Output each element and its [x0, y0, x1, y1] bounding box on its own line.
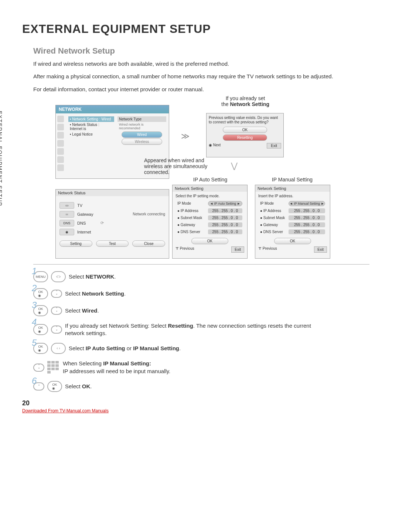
ip-man-exit[interactable]: Exit	[314, 246, 327, 253]
ip-mode-selector[interactable]: ◄ IP Auto Setting ►	[208, 201, 242, 206]
dns-icon: DNS	[59, 220, 74, 226]
step-text: Select Wired.	[65, 307, 99, 314]
existing-caption: If you already set the Network Setting	[201, 95, 290, 107]
ip-man-previous[interactable]: ꕌ Previous	[258, 246, 277, 253]
ip-manual-panel: Network Setting Insert the IP address. I…	[255, 185, 330, 259]
existing-resetting-button[interactable]: Resetting	[223, 134, 267, 141]
remote-updown-button: ˄˅	[51, 307, 62, 315]
status-close-button[interactable]: Close	[132, 241, 165, 247]
menu-item-label: Legal Notice	[72, 132, 93, 136]
step-row: 4 OK◉ ˄˅ If you already set Network Sett…	[33, 322, 369, 337]
ip-auto-ok-button[interactable]: OK	[191, 238, 228, 244]
row-label: ● Subnet Mask	[259, 215, 287, 221]
row-label: ● IP Address	[259, 208, 287, 214]
ip-man-header: Network Setting	[255, 185, 330, 192]
ip-field[interactable]: 255 . 255 . 0 . 0	[289, 215, 325, 220]
ip-field[interactable]: 255 . 255 . 0 . 0	[289, 208, 325, 213]
existing-setting-dialog: Previous setting value exists. Do you wa…	[206, 113, 284, 157]
step-row: 5 OK◉ ‹ › Select IP Auto Setting or IP M…	[33, 343, 369, 354]
step-number: 5	[32, 338, 37, 348]
remote-ok-button: OK◉	[47, 381, 62, 392]
ip-mode-selector[interactable]: ◄ IP Manual Setting ►	[289, 201, 325, 206]
gateway-icon: ═	[59, 211, 74, 218]
intro-line: After making a physical connection, a sm…	[33, 73, 369, 80]
ip-man-ok-button[interactable]: OK	[274, 238, 311, 244]
status-header: Network Status	[56, 190, 169, 196]
ip-field[interactable]: 255 . 255 . 0 . 0	[208, 215, 242, 220]
steps-list: 1 MENU ‹□› Select NETWORK. 2 OK◉ ˄˅ Sele…	[33, 271, 369, 392]
step-number: 2	[32, 283, 37, 293]
step-text: Select IP Auto Setting or IP Manual Sett…	[69, 345, 181, 352]
remote-updown-button: ˄˅	[33, 364, 44, 372]
ip-field[interactable]: 255 . 255 . 0 . 0	[289, 222, 325, 227]
remote-nav-button: ‹ ›	[51, 343, 66, 354]
ip-auto-subtitle: Select the IP setting mode.	[175, 194, 244, 198]
step-number: 4	[32, 317, 37, 327]
step-number: 3	[32, 300, 37, 310]
row-label: ● DNS Server	[176, 229, 206, 235]
existing-exit-button[interactable]: Exit	[267, 143, 281, 149]
type-note: Appeared when wired and wireless are sim…	[144, 157, 218, 175]
status-tv: TV	[77, 203, 82, 208]
page-number: 20	[22, 399, 109, 407]
ip-auto-panel: Network Setting Select the IP setting mo…	[172, 185, 248, 259]
menu-item-selected[interactable]: • Network Setting : Wired	[68, 116, 114, 122]
step-text: When Selecting IP Manual Setting: IP add…	[63, 360, 170, 375]
row-label: ● Subnet Mask	[176, 215, 206, 221]
ipauto-caption: IP Auto Setting	[179, 177, 242, 183]
status-setting-button[interactable]: Setting	[59, 241, 92, 247]
option-wired[interactable]: Wired	[122, 132, 162, 138]
network-type-hint: Wired network is recommended	[117, 122, 166, 131]
ipman-caption: IP Manual Setting	[257, 177, 327, 183]
status-gateway: Gateway	[77, 212, 93, 216]
option-wireless[interactable]: Wireless	[122, 139, 162, 145]
status-dns: DNS	[77, 221, 86, 225]
ip-field[interactable]: 255 . 255 . 0 . 0	[208, 208, 242, 213]
ip-field[interactable]: 255 . 255 . 0 . 0	[289, 229, 325, 234]
chevron-down-icon: ⋁	[231, 161, 238, 171]
network-type-title: Network Type	[117, 116, 166, 122]
ip-field[interactable]: 255 . 255 . 0 . 0	[208, 222, 242, 227]
status-internet: Internet	[77, 230, 91, 234]
spinner-icon: ⟳	[100, 221, 104, 225]
step-row: 3 OK◉ ˄˅ Select Wired.	[33, 305, 369, 316]
remote-number-pad	[47, 361, 60, 374]
step-text: Select NETWORK.	[69, 273, 116, 280]
chevron-right-icon: ≫	[181, 132, 190, 141]
ip-auto-exit[interactable]: Exit	[231, 246, 244, 253]
section-subtitle: Wired Network Setup	[33, 46, 369, 56]
internet-icon: ◉	[59, 229, 74, 235]
existing-ok-button[interactable]: OK	[223, 127, 267, 133]
remote-updown-button: ˄˅	[51, 290, 62, 298]
existing-next[interactable]: ◉ Next	[209, 143, 221, 149]
status-connecting: Network connecting	[133, 212, 165, 216]
existing-text: Previous setting value exists. Do you wa…	[209, 116, 281, 125]
step-number: 1	[32, 266, 37, 276]
remote-nav-button: ‹□›	[51, 271, 66, 282]
step-row: 1 MENU ‹□› Select NETWORK.	[33, 271, 369, 282]
step-number: 6	[32, 376, 37, 386]
step-text: If you already set Network Setting: Sele…	[65, 322, 316, 337]
page-title: EXTERNAL EQUIPMENT SETUP	[22, 22, 369, 36]
menu-item-value: : Wired	[99, 117, 111, 121]
mode-label: IP Mode	[176, 200, 206, 207]
side-label: EXTERNAL EQUIPMENT SETUP	[0, 111, 3, 207]
diagram-area: NETWORK • Network Setting : Wired • Netw…	[33, 98, 369, 265]
ip-field[interactable]: 255 . 255 . 0 . 0	[208, 229, 242, 234]
ip-auto-previous[interactable]: ꕌ Previous	[175, 246, 194, 253]
step-text: Select Network Setting.	[65, 290, 126, 297]
step-row: 2 OK◉ ˄˅ Select Network Setting.	[33, 288, 369, 299]
tv-icon: ▭	[59, 202, 74, 209]
remote-updown-button: ˄˅	[51, 325, 62, 334]
row-label: ● Gateway	[176, 222, 206, 228]
download-link[interactable]: Downloaded From TV-Manual.com Manuals	[22, 408, 109, 413]
ip-auto-header: Network Setting	[173, 185, 247, 192]
network-menu-header: NETWORK	[56, 105, 169, 113]
status-test-button[interactable]: Test	[96, 241, 129, 247]
menu-category-icons	[56, 114, 65, 173]
mode-label: IP Mode	[259, 200, 287, 207]
step-text: Select OK.	[65, 383, 92, 390]
network-status-panel: Network Status ▭TV ═Gateway Network conn…	[55, 189, 169, 259]
menu-item-label: Network Setting	[72, 117, 98, 121]
step-row: 6 ˅ OK◉ Select OK.	[33, 381, 369, 392]
